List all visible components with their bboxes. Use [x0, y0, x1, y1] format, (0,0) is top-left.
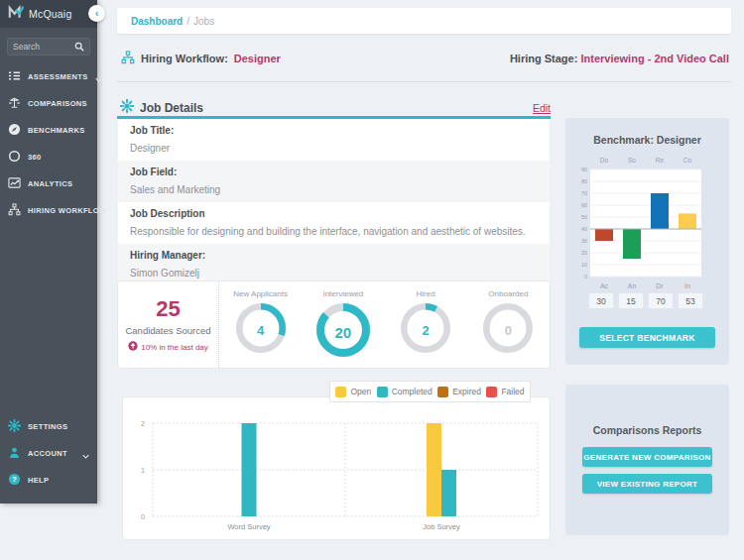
legend-item-expired[interactable]: Expired: [437, 387, 481, 397]
sidebar-collapse-button[interactable]: ‹: [88, 5, 105, 22]
chevron-down-icon: [95, 68, 102, 86]
svg-text:Do: Do: [600, 157, 609, 164]
search-input[interactable]: [13, 42, 74, 52]
svg-text:1: 1: [141, 467, 145, 474]
mcquaig-logo-icon: [8, 5, 24, 23]
workflow-header: Hiring Workflow: Designer Hiring Stage: …: [121, 51, 729, 66]
trend-indicator: 10% in the last day: [128, 341, 208, 353]
breadcrumb-current: Jobs: [193, 16, 214, 27]
legend-item-completed[interactable]: Completed: [377, 387, 433, 397]
sidebar-footer: SETTINGS ACCOUNT ? HELP: [0, 413, 97, 494]
compass-icon: [8, 122, 21, 140]
benchmark-title: Benchmark: Designer: [565, 134, 729, 146]
question-icon: ?: [8, 472, 21, 490]
job-details-header: Job Details Edit: [120, 99, 551, 116]
svg-text:?: ?: [12, 475, 17, 484]
legend-swatch: [486, 387, 497, 397]
sidebar-item-account[interactable]: ACCOUNT: [0, 440, 97, 467]
sidebar-item-benchmarks[interactable]: BENCHMARKS: [0, 117, 97, 144]
hiring-workflow-value: Designer: [234, 53, 281, 64]
sidebar-nav: ASSESSMENTS COMPARISONS BENCHMARKS: [0, 63, 97, 224]
benchmark-values: 30 15 70 53: [588, 292, 703, 309]
benchmark-value-box: 30: [588, 292, 614, 309]
hiring-stage-label: Hiring Stage:: [510, 53, 577, 64]
legend-swatch: [437, 387, 448, 397]
breadcrumb: Dashboard / Jobs: [117, 8, 731, 34]
legend-item-open[interactable]: Open: [335, 387, 371, 397]
list-check-icon: [8, 68, 21, 86]
person-icon: [8, 445, 21, 463]
svg-text:80: 80: [581, 178, 587, 184]
sidebar-search[interactable]: [7, 38, 90, 56]
comparisons-title: Comparisons Reports: [565, 424, 729, 436]
comparisons-panel: Comparisons Reports GENERATE NEW COMPARI…: [565, 385, 729, 535]
sidebar: McQuaig ASSESSMENTS: [0, 0, 97, 504]
gear-icon: [120, 99, 134, 116]
sidebar-item-hiring-workflow[interactable]: HIRING WORKFLOW: [0, 197, 97, 224]
benchmark-panel: Benchmark: Designer 0102030405060708090D…: [565, 118, 729, 365]
svg-text:60: 60: [581, 202, 587, 208]
svg-text:50: 50: [581, 214, 587, 220]
svg-text:So: So: [628, 157, 636, 164]
hiring-manager-row: Hiring Manager: Simon Gomizelj: [118, 244, 550, 285]
sidebar-item-comparisons[interactable]: COMPARISONS: [0, 90, 97, 117]
benchmark-value-box: 15: [618, 292, 644, 309]
breadcrumb-dashboard-link[interactable]: Dashboard: [131, 16, 183, 27]
job-description-row: Job Description Responsible for designin…: [118, 202, 550, 244]
donut-interviewed: Interviewed 20: [302, 281, 384, 368]
svg-text:Word Survey: Word Survey: [227, 522, 270, 531]
sidebar-item-settings[interactable]: SETTINGS: [0, 413, 97, 440]
svg-text:10: 10: [581, 262, 587, 268]
sidebar-item-360[interactable]: 360: [0, 144, 97, 170]
header-divider: [117, 81, 731, 82]
benchmark-value-box: 53: [678, 292, 703, 309]
svg-text:40: 40: [581, 226, 587, 232]
org-chart-icon: [121, 51, 135, 66]
legend-item-failed[interactable]: Failed: [486, 387, 524, 397]
candidates-sourced-label: Candidates Sourced: [125, 325, 210, 336]
search-icon[interactable]: [74, 38, 84, 56]
donut-onboarded: Onboarded 0: [467, 281, 550, 368]
candidate-stats-card: 25 Candidates Sourced 10% in the last da…: [117, 280, 551, 369]
svg-text:30: 30: [581, 238, 587, 244]
job-title-row: Job Title: Designer: [118, 119, 550, 161]
survey-chart-card: 012Word SurveyJob Survey: [122, 396, 551, 540]
generate-comparison-button[interactable]: GENERATE NEW COMPARISON: [582, 447, 712, 467]
logo[interactable]: McQuaig: [0, 0, 97, 28]
view-report-button[interactable]: VIEW EXISTING REPORT: [582, 474, 712, 494]
legend-swatch: [335, 387, 346, 397]
svg-text:2: 2: [141, 420, 145, 427]
gear-icon: [8, 418, 21, 436]
survey-chart-legend: Open Completed Expired Failed: [329, 381, 531, 402]
select-benchmark-button[interactable]: SELECT BENCHMARK: [579, 327, 715, 348]
hiring-stage-value: Interviewing - 2nd Video Call: [580, 53, 729, 64]
edit-link[interactable]: Edit: [533, 102, 551, 114]
svg-text:Re: Re: [656, 157, 665, 164]
sidebar-item-analytics[interactable]: ANALYTICS: [0, 170, 97, 197]
job-field-row: Job Field: Sales and Marketing: [118, 161, 550, 202]
svg-text:20: 20: [581, 250, 587, 256]
breadcrumb-separator: /: [186, 16, 189, 27]
benchmark-bottom-labels: Ac An Dr In: [590, 282, 701, 289]
svg-text:0: 0: [141, 513, 145, 520]
pipeline-donuts: New Applicants 4 Interviewed 20 Hired 2 …: [219, 281, 550, 368]
candidates-sourced-count: 25: [156, 296, 180, 322]
benchmark-value-box: 70: [648, 292, 674, 309]
svg-text:90: 90: [581, 167, 587, 172]
app-title: McQuaig: [29, 8, 71, 20]
benchmark-chart: 0102030405060708090DoSoReCo: [565, 154, 729, 280]
svg-text:Job Survey: Job Survey: [423, 522, 460, 531]
sidebar-item-help[interactable]: ? HELP: [0, 467, 97, 494]
chevron-down-icon: [82, 445, 89, 463]
job-details-title: Job Details: [140, 101, 203, 115]
circle-icon: [8, 149, 21, 167]
svg-text:0: 0: [584, 274, 587, 280]
candidates-sourced-block: 25 Candidates Sourced 10% in the last da…: [118, 281, 219, 368]
org-chart-icon: [8, 202, 21, 220]
donut-new-applicants: New Applicants 4: [219, 281, 302, 368]
sidebar-item-assessments[interactable]: ASSESSMENTS: [0, 63, 97, 90]
svg-text:70: 70: [581, 190, 587, 196]
chart-icon: [8, 175, 21, 193]
svg-text:Co: Co: [683, 157, 692, 164]
survey-chart: 012Word SurveyJob Survey: [123, 403, 550, 538]
